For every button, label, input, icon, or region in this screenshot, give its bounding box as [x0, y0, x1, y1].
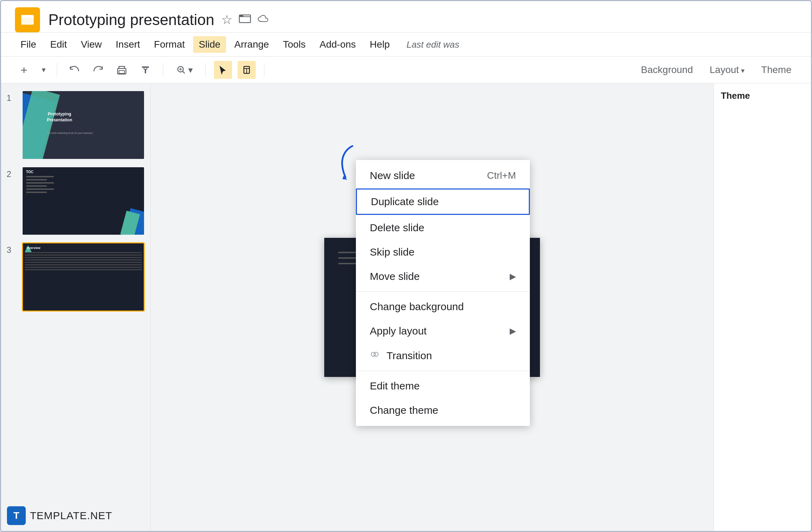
slide-item-1: 1 PrototypingPresentation The best marke…	[7, 90, 145, 160]
apply-layout-arrow: ▶	[510, 326, 516, 336]
right-panel: Theme	[714, 83, 811, 531]
skip-slide-label: Skip slide	[370, 246, 414, 258]
slide-item-2: 2 TOC	[7, 167, 145, 236]
redo-button[interactable]	[89, 61, 107, 79]
dropdown-item-edit-theme[interactable]: Edit theme	[356, 374, 530, 398]
toolbar: + ▾	[1, 57, 811, 83]
slide2-toc-title: TOC	[26, 170, 33, 174]
change-theme-label: Change theme	[370, 404, 438, 416]
paint-format-button[interactable]	[136, 61, 154, 79]
cloud-icon[interactable]	[257, 12, 270, 28]
slide3-line-3	[25, 257, 142, 258]
transition-label: Transition	[387, 350, 432, 362]
svg-rect-5	[145, 69, 146, 73]
toolbar-separator-2	[163, 63, 163, 77]
background-button[interactable]: Background	[635, 62, 698, 78]
edit-theme-label: Edit theme	[370, 380, 420, 392]
presentation-title-row: Prototyping presentation ☆	[48, 11, 270, 29]
slide-number-1: 1	[7, 90, 17, 103]
title-bar: Prototyping presentation ☆	[1, 1, 811, 33]
zoom-control[interactable]: ▾	[172, 62, 197, 78]
toolbar-separator-1	[57, 63, 57, 77]
title-section: Prototyping presentation ☆	[48, 11, 270, 29]
svg-rect-1	[21, 15, 34, 18]
dropdown-item-duplicate-slide[interactable]: Duplicate slide	[356, 188, 530, 215]
slide3-line-4	[25, 259, 142, 260]
title-icons: ☆	[221, 12, 270, 28]
transition-icon	[370, 349, 380, 362]
slide-thumb-2[interactable]: TOC	[22, 167, 145, 236]
toolbar-separator-4	[264, 63, 264, 77]
delete-slide-label: Delete slide	[370, 222, 424, 234]
menu-addons[interactable]: Add-ons	[314, 36, 361, 53]
menu-view[interactable]: View	[75, 36, 107, 53]
move-slide-arrow: ▶	[510, 272, 516, 281]
slide3-text-lines	[25, 252, 142, 272]
slide-dropdown-menu: New slide Ctrl+M Duplicate slide Delete …	[356, 160, 530, 426]
app-container: Prototyping presentation ☆	[0, 0, 812, 532]
dropdown-separator-1	[356, 291, 530, 292]
change-background-label: Change background	[370, 301, 464, 313]
slide2-text-lines	[26, 176, 54, 195]
menu-file[interactable]: File	[15, 36, 42, 53]
add-button[interactable]: +	[15, 61, 33, 79]
print-button[interactable]	[113, 61, 131, 79]
branding: T TEMPLATE.NET	[7, 506, 112, 525]
folder-icon[interactable]	[239, 12, 251, 28]
slide2-line-3	[26, 182, 54, 184]
slide2-line-2	[26, 179, 47, 180]
apply-layout-label: Apply layout	[370, 325, 427, 337]
duplicate-slide-label: Duplicate slide	[371, 196, 439, 208]
dropdown-separator-2	[356, 371, 530, 371]
menu-help[interactable]: Help	[364, 36, 396, 53]
brand-logo: T	[7, 506, 26, 525]
presentation-title[interactable]: Prototyping presentation	[48, 11, 214, 29]
main-slide-area: New slide Ctrl+M Duplicate slide Delete …	[151, 83, 714, 531]
slide-thumb-3[interactable]: Overview	[22, 242, 145, 312]
slide3-title: Overview	[26, 246, 40, 250]
slide3-line-2	[25, 255, 142, 256]
new-slide-shortcut: Ctrl+M	[487, 170, 516, 181]
slide1-title: PrototypingPresentation	[47, 111, 72, 123]
dropdown-item-transition[interactable]: Transition	[356, 343, 530, 368]
slide2-line-4	[26, 185, 47, 187]
slide-item-3: 3 Overview	[7, 242, 145, 312]
dropdown-item-delete-slide[interactable]: Delete slide	[356, 216, 530, 240]
slide-thumb-1[interactable]: PrototypingPresentation The best marketi…	[22, 90, 145, 160]
menu-slide[interactable]: Slide	[193, 36, 226, 53]
dropdown-item-apply-layout[interactable]: Apply layout ▶	[356, 319, 530, 343]
right-panel-header: Theme	[721, 90, 804, 101]
menu-bar: File Edit View Insert Format Slide Arran…	[1, 33, 811, 57]
toolbar-separator-3	[205, 63, 206, 77]
toolbar-right: Background Layout▾ Theme	[635, 62, 797, 78]
slide-number-3: 3	[7, 242, 17, 255]
slide3-line-1	[25, 252, 142, 253]
menu-tools[interactable]: Tools	[277, 36, 311, 53]
slide3-line-7	[25, 267, 142, 268]
svg-point-9	[374, 352, 378, 356]
dropdown-item-change-theme[interactable]: Change theme	[356, 398, 530, 422]
menu-insert[interactable]: Insert	[110, 36, 146, 53]
slide2-line-5	[26, 188, 54, 190]
dropdown-item-new-slide[interactable]: New slide Ctrl+M	[356, 163, 530, 188]
dropdown-item-change-background[interactable]: Change background	[356, 295, 530, 319]
dropdown-item-skip-slide[interactable]: Skip slide	[356, 240, 530, 264]
cursor-tool-button[interactable]	[214, 61, 232, 79]
star-icon[interactable]: ☆	[221, 13, 232, 27]
menu-edit[interactable]: Edit	[45, 36, 72, 53]
brand-text: TEMPLATE.NET	[30, 510, 112, 522]
slides-panel: 1 PrototypingPresentation The best marke…	[1, 83, 151, 531]
layout-button[interactable]: Layout▾	[704, 62, 750, 78]
undo-button[interactable]	[65, 61, 83, 79]
menu-arrange[interactable]: Arrange	[229, 36, 275, 53]
dropdown-item-move-slide[interactable]: Move slide ▶	[356, 264, 530, 289]
slide3-line-8	[25, 269, 142, 270]
text-tool-button[interactable]	[238, 61, 256, 79]
content-area: 1 PrototypingPresentation The best marke…	[1, 83, 811, 531]
menu-format[interactable]: Format	[149, 36, 191, 53]
add-dropdown-button[interactable]: ▾	[39, 61, 48, 79]
slide2-line-6	[26, 192, 47, 193]
theme-button[interactable]: Theme	[756, 62, 797, 78]
slide3-line-6	[25, 264, 142, 265]
slide-number-2: 2	[7, 167, 17, 179]
